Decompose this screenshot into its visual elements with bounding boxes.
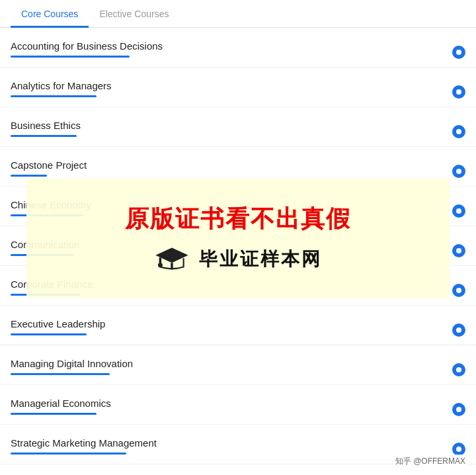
- course-dot-button[interactable]: [452, 85, 465, 99]
- course-title: Business Ethics: [11, 120, 444, 131]
- course-progress-bar: [11, 254, 73, 256]
- course-title: Accounting for Business Decisions: [11, 40, 444, 52]
- course-dot-button[interactable]: [452, 244, 465, 257]
- course-title: Managerial Economics: [11, 398, 444, 409]
- course-progress-bar: [11, 135, 77, 137]
- course-dot-button[interactable]: [452, 165, 465, 178]
- course-dot-button[interactable]: [452, 403, 465, 416]
- course-dot-button[interactable]: [452, 363, 465, 376]
- list-item: Corporate Finance: [0, 266, 476, 306]
- course-title: Chinese Economy: [11, 199, 444, 210]
- course-dot-button[interactable]: [452, 284, 465, 297]
- list-item: Communication: [0, 226, 476, 266]
- course-title: Executive Leadership: [11, 318, 444, 329]
- course-progress-bar: [11, 56, 130, 58]
- course-title: Corporate Finance: [11, 279, 444, 290]
- list-item: Capstone Project: [0, 147, 476, 187]
- list-item: Managing Digital Innovation: [0, 345, 476, 385]
- list-item: Business Ethics: [0, 107, 476, 147]
- course-progress-bar: [11, 175, 47, 177]
- course-dot-button[interactable]: [452, 46, 465, 59]
- course-title: Communication: [11, 239, 444, 250]
- tab-elective-courses[interactable]: Elective Courses: [89, 1, 179, 28]
- course-title: Strategic Marketing Management: [11, 437, 444, 449]
- tabs-container: Core Courses Elective Courses: [0, 0, 476, 28]
- list-item: Accounting for Business Decisions: [0, 28, 476, 67]
- course-title: Managing Digital Innovation: [11, 358, 444, 369]
- zhihu-badge: 知乎 @OFFERMAX: [393, 454, 468, 468]
- course-progress-bar: [11, 294, 80, 296]
- list-item: Executive Leadership: [0, 306, 476, 345]
- course-progress-bar: [11, 413, 97, 415]
- list-item: Analytics for Managers: [0, 67, 476, 107]
- course-dot-button[interactable]: [452, 443, 465, 456]
- list-item: Chinese Economy: [0, 187, 476, 226]
- course-dot-button[interactable]: [452, 324, 465, 337]
- courses-list: Accounting for Business Decisions Analyt…: [0, 28, 476, 475]
- list-item: Managerial Economics: [0, 385, 476, 425]
- course-progress-bar: [11, 333, 87, 335]
- course-title: Capstone Project: [11, 159, 444, 171]
- course-progress-bar: [11, 95, 97, 97]
- course-title: Analytics for Managers: [11, 80, 444, 91]
- course-dot-button[interactable]: [452, 204, 465, 218]
- course-progress-bar: [11, 373, 110, 375]
- tab-core-courses[interactable]: Core Courses: [11, 1, 89, 28]
- course-dot-button[interactable]: [452, 125, 465, 138]
- course-progress-bar: [11, 453, 126, 454]
- course-progress-bar: [11, 214, 83, 216]
